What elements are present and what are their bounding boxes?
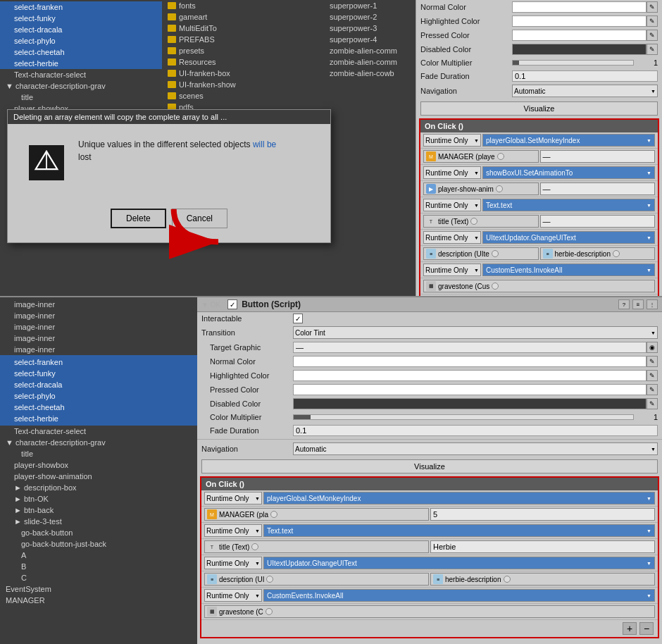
help-icon[interactable]: ? <box>618 299 630 309</box>
list-item[interactable]: ► btn-OK <box>0 493 197 504</box>
list-item[interactable]: PREFABS <box>162 34 324 45</box>
remove-onclick-button-b[interactable]: − <box>639 622 654 635</box>
list-item[interactable]: UI-franken-show <box>162 79 324 90</box>
list-item[interactable]: UI-franken-box <box>162 68 324 79</box>
color-edit-icon[interactable]: ✎ <box>647 16 658 27</box>
list-item[interactable]: ▼ character-description-grav <box>0 80 162 92</box>
color-edit-icon[interactable]: ✎ <box>647 398 658 409</box>
list-item[interactable]: title <box>0 92 162 103</box>
list-item[interactable]: title <box>0 448 197 459</box>
list-item[interactable]: superpower-3 <box>324 23 416 34</box>
list-item[interactable]: B <box>0 561 197 572</box>
list-item[interactable]: select-phylo <box>0 390 197 402</box>
color-edit-icon[interactable]: ✎ <box>647 370 658 381</box>
color-multiplier-slider-b[interactable]: 1 <box>293 413 658 421</box>
value-b2[interactable]: Herbie <box>430 540 655 553</box>
list-item[interactable]: ► description-box <box>0 482 197 493</box>
list-item[interactable]: presets <box>162 45 324 56</box>
list-item[interactable]: select-phylo <box>0 35 162 47</box>
value-field-b3[interactable]: ≡ herbie-description <box>430 573 655 586</box>
action-dropdown-4[interactable]: UItextUpdator.GhangeUIText ▼ <box>482 231 655 244</box>
list-item[interactable]: C <box>0 572 197 583</box>
object-field-b1[interactable]: M MANAGER (pla <box>204 508 429 521</box>
pressed-color-field[interactable] <box>512 30 647 41</box>
list-item[interactable]: scenes <box>162 90 324 101</box>
action-dropdown-b2[interactable]: Text.text ▼ <box>263 524 655 537</box>
list-item[interactable]: superpower-4 <box>324 34 416 45</box>
list-item[interactable]: A <box>0 550 197 561</box>
value-field-4[interactable]: ≡ herbie-description <box>540 247 656 260</box>
list-item[interactable]: MANAGER <box>0 595 197 606</box>
list-item[interactable]: select-franken <box>0 1 162 13</box>
list-item[interactable]: MultiEditTo <box>162 23 324 34</box>
object-circle-icon[interactable] <box>266 576 273 583</box>
object-circle-icon[interactable] <box>251 543 258 550</box>
delete-button[interactable]: Delete <box>111 209 166 228</box>
fade-duration-field[interactable]: 0.1 <box>512 70 658 82</box>
target-graphic-select-icon[interactable]: ◉ <box>647 342 658 353</box>
object-field-5[interactable]: ▦ gravestone (Cus <box>423 280 655 292</box>
slider-track[interactable] <box>512 60 634 66</box>
list-item[interactable]: select-funky <box>0 368 197 379</box>
color-edit-icon[interactable]: ✎ <box>647 1 658 13</box>
list-item[interactable]: image-inner <box>0 321 197 333</box>
list-item[interactable]: Resources <box>162 56 324 68</box>
object-field-4[interactable]: ≡ description (UIte <box>423 247 539 260</box>
color-edit-icon[interactable]: ✎ <box>647 384 658 395</box>
fade-duration-field-b[interactable]: 0.1 <box>293 425 658 436</box>
object-circle-icon[interactable] <box>270 511 277 518</box>
list-item[interactable]: select-herbie <box>0 58 162 69</box>
list-item[interactable]: image-inner <box>0 333 197 344</box>
settings-icon[interactable]: ≡ <box>632 299 644 309</box>
target-graphic-field[interactable]: — <box>293 342 647 353</box>
disabled-color-field[interactable] <box>512 44 647 55</box>
list-item[interactable]: select-cheetah <box>0 47 162 58</box>
list-item[interactable]: superpower-2 <box>324 11 416 23</box>
color-edit-icon[interactable]: ✎ <box>647 356 658 367</box>
runtime-dropdown-b1[interactable]: Runtime Only ▼ <box>204 492 262 504</box>
list-item[interactable]: ► btn-back <box>0 504 197 516</box>
visualize-button[interactable]: Visualize <box>420 101 658 116</box>
highlighted-color-field-b[interactable] <box>293 370 647 381</box>
object-field-3[interactable]: T title (Text) <box>423 215 539 228</box>
list-item[interactable]: image-inner <box>0 299 197 310</box>
list-item[interactable]: select-franken <box>0 357 197 368</box>
disabled-color-field-b[interactable] <box>293 398 647 409</box>
runtime-dropdown-b4[interactable]: Runtime Only ▼ <box>204 589 262 602</box>
action-dropdown-2[interactable]: showBoxUI.SetAnimationTo ▼ <box>482 166 655 179</box>
action-dropdown-b4[interactable]: CustomEvents.InvokeAll ▼ <box>263 589 655 602</box>
value-circle-icon[interactable] <box>504 576 511 583</box>
normal-color-field-b[interactable] <box>293 356 647 367</box>
object-field-1[interactable]: M MANAGER (playe <box>423 150 539 163</box>
runtime-dropdown-b3[interactable]: Runtime Only ▼ <box>204 557 262 569</box>
list-item[interactable]: go-back-button-just-back <box>0 538 197 550</box>
object-circle-icon[interactable] <box>492 250 499 257</box>
list-item[interactable]: ► slide-3-test <box>0 516 197 527</box>
navigation-dropdown-b[interactable]: Automatic ▼ <box>293 442 658 455</box>
object-circle-icon[interactable] <box>470 218 477 225</box>
object-field-b2[interactable]: T title (Text) <box>204 540 429 553</box>
list-item[interactable]: EventSystem <box>0 583 197 595</box>
action-dropdown-5[interactable]: CustomEvents.InvokeAll ▼ <box>482 264 655 276</box>
list-item[interactable]: player-showbox <box>0 459 197 471</box>
list-item[interactable]: superpower-1 <box>324 0 416 11</box>
more-icon[interactable]: ⋮ <box>647 299 658 309</box>
value-b1[interactable]: 5 <box>430 508 655 521</box>
object-circle-icon[interactable] <box>496 185 503 192</box>
runtime-dropdown-4[interactable]: Runtime Only ▼ <box>423 231 481 244</box>
list-item[interactable]: player-show-animation <box>0 471 197 482</box>
interactable-checkbox[interactable]: ✓ <box>293 314 303 323</box>
list-item[interactable]: go-back-button <box>0 527 197 538</box>
color-multiplier-slider[interactable]: 1 <box>512 58 658 67</box>
runtime-dropdown-3[interactable]: Runtime Only ▼ <box>423 199 481 211</box>
action-dropdown-1[interactable]: playerGlobal.SetMonkeyIndex ▼ <box>482 134 655 147</box>
list-item[interactable]: ▼ character-description-grav <box>0 437 197 448</box>
list-item[interactable]: select-cheetah <box>0 402 197 413</box>
object-field-b4[interactable]: ▦ gravestone (C <box>204 605 655 618</box>
object-circle-icon[interactable] <box>497 153 504 160</box>
action-dropdown-3[interactable]: Text.text ▼ <box>482 199 655 211</box>
highlighted-color-field[interactable] <box>512 16 647 27</box>
action-dropdown-b3[interactable]: UItextUpdator.GhangeUIText ▼ <box>263 557 655 569</box>
list-item[interactable]: gameart <box>162 11 324 23</box>
color-edit-icon[interactable]: ✎ <box>647 44 658 55</box>
